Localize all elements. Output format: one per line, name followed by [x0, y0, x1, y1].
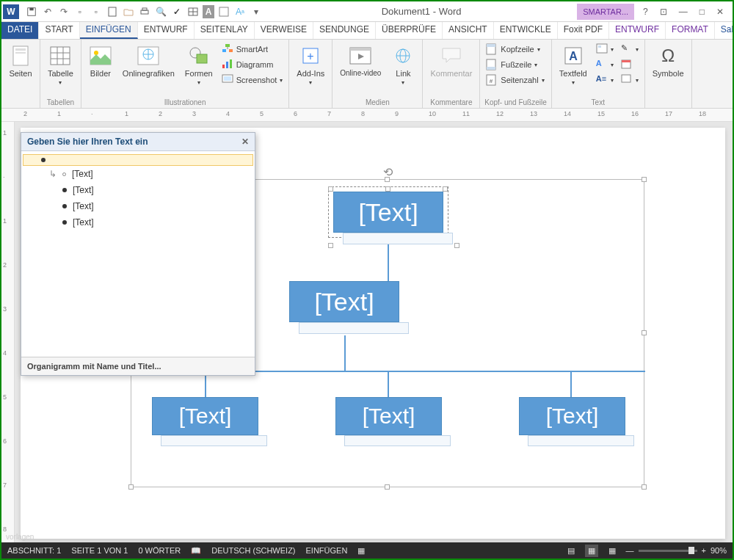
- textpane-layout-name[interactable]: Organigramm mit Name und Titel...: [21, 357, 255, 375]
- tab-einfuegen[interactable]: EINFÜGEN: [80, 22, 138, 39]
- redo-icon[interactable]: ↷: [57, 5, 70, 18]
- ribbon-display-icon[interactable]: ⊡: [657, 7, 670, 17]
- smartart-node-root[interactable]: [Text]: [333, 192, 443, 233]
- smartart-subtitle[interactable]: [161, 435, 267, 446]
- group-kopf: Kopf- und Fußzeile: [484, 97, 547, 106]
- zoom-in-icon[interactable]: +: [702, 546, 706, 555]
- font-size-icon[interactable]: Aa: [233, 5, 247, 18]
- smartart-subtitle[interactable]: [528, 435, 634, 446]
- link-button[interactable]: Link▾: [388, 43, 418, 87]
- tab-entwickler[interactable]: ENTWICKLE: [494, 22, 558, 39]
- undo-icon[interactable]: ↶: [41, 5, 54, 18]
- textpane-item[interactable]: [Text]: [21, 214, 255, 230]
- qat-more-icon[interactable]: ▾: [250, 5, 263, 18]
- kopfzeile-button[interactable]: Kopfzeile ▾: [484, 43, 545, 56]
- smartart-subtitle[interactable]: [299, 322, 409, 334]
- group-medien: Medien: [337, 97, 418, 106]
- status-abschnitt[interactable]: ABSCHNITT: 1: [7, 546, 61, 555]
- wordart-button[interactable]: A▾: [595, 58, 615, 71]
- tab-entwurf[interactable]: ENTWURF: [138, 22, 195, 39]
- status-modus[interactable]: EINFÜGEN: [306, 546, 348, 555]
- qat-icon[interactable]: ▫: [73, 5, 87, 18]
- addins-button[interactable]: + Add-Ins▾: [294, 43, 327, 87]
- tab-seitenlayout[interactable]: SEITENLAY: [195, 22, 255, 39]
- watermark: vorlagen: [6, 533, 34, 541]
- group-illustrationen: Illustrationen: [86, 97, 285, 106]
- tab-foxit[interactable]: Foxit PDF: [558, 22, 609, 39]
- quickparts-button[interactable]: ▾: [595, 43, 615, 56]
- smartart-subtitle[interactable]: [343, 233, 453, 244]
- textpane-item[interactable]: [Text]: [21, 166, 255, 182]
- tabelle-button[interactable]: Tabelle▾: [45, 43, 76, 87]
- signature-button[interactable]: ✎▾: [619, 43, 640, 56]
- seitenzahl-button[interactable]: #Seitenzahl ▾: [484, 73, 545, 87]
- help-icon[interactable]: ?: [640, 7, 651, 17]
- group-text: Text: [556, 97, 640, 106]
- tab-verweise[interactable]: VERWEISE: [255, 22, 313, 39]
- view-readmode-icon[interactable]: ▤: [567, 546, 575, 556]
- smartart-node[interactable]: [Text]: [519, 397, 625, 435]
- textfeld-button[interactable]: A Textfeld▾: [556, 43, 590, 87]
- status-seite[interactable]: SEITE 1 VON 1: [71, 546, 128, 555]
- formen-button[interactable]: Formen▾: [182, 43, 216, 87]
- status-woerter[interactable]: 0 WÖRTER: [138, 546, 181, 555]
- textpane-close-icon[interactable]: ✕: [241, 137, 249, 147]
- svg-rect-51: [622, 75, 631, 82]
- dropcap-button[interactable]: A≡▾: [595, 73, 615, 87]
- tab-datei[interactable]: DATEI: [1, 22, 39, 39]
- open-icon[interactable]: [122, 5, 135, 18]
- seiten-button[interactable]: Seiten: [6, 43, 35, 79]
- diagramm-button[interactable]: Diagramm: [220, 58, 285, 71]
- textpane-item[interactable]: [23, 154, 253, 166]
- textpane-item[interactable]: [Text]: [21, 198, 255, 214]
- object-button[interactable]: ▾: [619, 73, 640, 87]
- new-icon[interactable]: [106, 5, 119, 18]
- tab-ansicht[interactable]: ANSICHT: [443, 22, 494, 39]
- print-icon[interactable]: [138, 5, 151, 18]
- bilder-button[interactable]: Bilder: [86, 43, 115, 79]
- close-icon[interactable]: ✕: [713, 7, 727, 17]
- save-icon[interactable]: [25, 5, 38, 18]
- minimize-icon[interactable]: —: [676, 7, 691, 17]
- smartart-button[interactable]: SmartArt: [220, 43, 285, 56]
- account-name[interactable]: Salvisber...: [715, 22, 734, 39]
- font-icon[interactable]: A: [203, 5, 214, 18]
- qat-icon[interactable]: ▫: [90, 5, 103, 18]
- tab-smartart-format[interactable]: FORMAT: [666, 22, 715, 39]
- symbole-button[interactable]: Ω Symbole: [650, 43, 687, 79]
- smartart-node[interactable]: [Text]: [289, 281, 399, 322]
- svg-rect-11: [15, 52, 26, 54]
- styles-icon[interactable]: [217, 5, 230, 18]
- ruler-horizontal[interactable]: 21·123456789101112131415161718: [1, 109, 733, 122]
- smartart-node[interactable]: [Text]: [335, 397, 442, 435]
- fusszeile-button[interactable]: Fußzeile ▾: [484, 58, 545, 71]
- smartart-node[interactable]: [Text]: [152, 397, 258, 435]
- smartart-text-pane[interactable]: Geben Sie hier Ihren Text ein ✕ [Text] […: [21, 132, 255, 376]
- status-sprache[interactable]: DEUTSCH (SCHWEIZ): [211, 546, 295, 555]
- maximize-icon[interactable]: □: [697, 7, 708, 17]
- view-print-icon[interactable]: ▦: [585, 545, 598, 557]
- onlinevideo-button[interactable]: Online-video: [337, 43, 384, 79]
- smartart-tools-tab[interactable]: SMARTAR...: [577, 4, 634, 20]
- zoom-level[interactable]: 90%: [711, 546, 727, 555]
- smartart-subtitle[interactable]: [344, 435, 451, 446]
- zoom-out-icon[interactable]: —: [626, 546, 634, 555]
- status-macro-icon[interactable]: ▦: [357, 546, 365, 556]
- onlinegrafiken-button[interactable]: Onlinegrafiken: [120, 43, 178, 79]
- preview-icon[interactable]: 🔍: [154, 5, 167, 18]
- svg-rect-42: [487, 67, 495, 70]
- datetime-button[interactable]: [619, 58, 640, 71]
- rotate-handle-icon[interactable]: ⟲: [383, 165, 393, 179]
- tab-ueberpruefen[interactable]: ÜBERPRÜFE: [376, 22, 443, 39]
- spell-icon[interactable]: ✓: [170, 5, 184, 18]
- tab-smartart-entwurf[interactable]: ENTWURF: [609, 22, 666, 39]
- status-proof-icon[interactable]: 📖: [191, 546, 201, 556]
- zoom-slider[interactable]: [639, 550, 697, 552]
- textpane-item[interactable]: [Text]: [21, 182, 255, 198]
- ruler-vertical[interactable]: 1·123456789: [1, 122, 15, 544]
- view-web-icon[interactable]: ▦: [608, 546, 616, 556]
- table-icon[interactable]: [186, 5, 200, 18]
- screenshot-button[interactable]: Screenshot▾: [220, 73, 285, 87]
- tab-start[interactable]: START: [39, 22, 79, 39]
- tab-sendungen[interactable]: SENDUNGE: [313, 22, 376, 39]
